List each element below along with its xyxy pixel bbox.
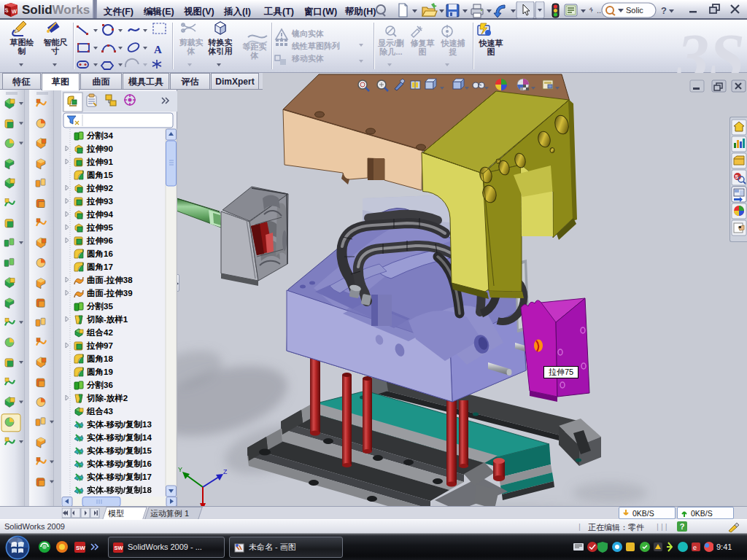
svg-text:实体-移动/复制17: 实体-移动/复制17	[87, 472, 152, 481]
svg-text:分割36: 分割36	[86, 380, 113, 389]
svg-text:圆角15: 圆角15	[87, 171, 113, 179]
svg-text:SW: SW	[115, 545, 124, 551]
svg-text:圆角19: 圆角19	[87, 368, 113, 376]
svg-text:组合43: 组合43	[86, 407, 113, 416]
svg-text:拉伸91: 拉伸91	[86, 158, 113, 166]
svg-text:圆角18: 圆角18	[87, 354, 113, 363]
svg-text:拉伸97: 拉伸97	[86, 341, 113, 350]
svg-text:切除-放样2: 切除-放样2	[86, 394, 128, 403]
svg-text:分割35: 分割35	[86, 301, 113, 311]
svg-text:实体-移动/复制16: 实体-移动/复制16	[87, 459, 152, 468]
svg-text:圆角17: 圆角17	[87, 262, 113, 271]
svg-text:曲面-拉伸39: 曲面-拉伸39	[87, 289, 133, 298]
svg-text:实体-移动/复制15: 实体-移动/复制15	[87, 446, 152, 455]
svg-text:分割34: 分割34	[86, 131, 113, 140]
svg-text:拉伸95: 拉伸95	[86, 223, 113, 232]
svg-text:圆角16: 圆角16	[87, 249, 113, 258]
svg-text:曲面-拉伸38: 曲面-拉伸38	[87, 276, 133, 284]
svg-text:实体-移动/复制18: 实体-移动/复制18	[87, 485, 152, 494]
svg-text:组合42: 组合42	[86, 328, 113, 337]
svg-text:拉伸92: 拉伸92	[86, 184, 113, 192]
svg-text:实体-移动/复制14: 实体-移动/复制14	[87, 432, 152, 442]
svg-text:拉伸94: 拉伸94	[86, 210, 113, 219]
svg-text:拉伸93: 拉伸93	[86, 197, 113, 206]
svg-text:切除-放样1: 切除-放样1	[86, 315, 128, 324]
svg-text:拉伸90: 拉伸90	[86, 144, 113, 153]
svg-text:实体-移动/复制13: 实体-移动/复制13	[87, 419, 152, 429]
svg-text:拉伸96: 拉伸96	[86, 236, 113, 245]
svg-text:e: e	[693, 544, 697, 551]
svg-text:SW: SW	[76, 545, 85, 551]
